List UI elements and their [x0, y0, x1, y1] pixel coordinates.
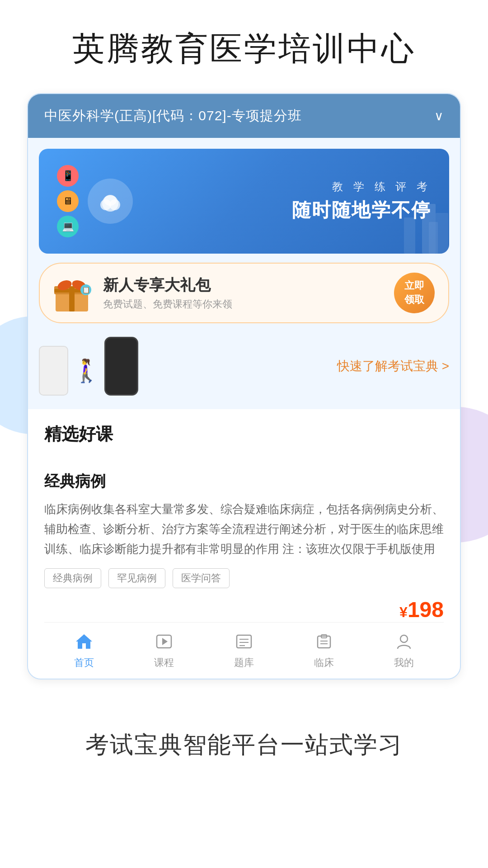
course-tag-item: 医学问答 [173, 568, 230, 588]
nav-item-courses[interactable]: 课程 [124, 630, 204, 670]
banner-left: 📱 🖥 💻 [57, 165, 133, 237]
phone-tall-icon [104, 337, 138, 396]
quick-link[interactable]: 快速了解考试宝典 > [337, 358, 449, 375]
nav-item-home[interactable]: 首页 [44, 630, 124, 670]
footer-text: 考试宝典智能平台一站式学习 [18, 729, 470, 761]
nav-item-profile[interactable]: 我的 [364, 630, 444, 670]
svg-point-3 [104, 195, 117, 206]
gift-icon: 📋 [53, 277, 94, 309]
phone-mockups: 🚶‍♀️ [39, 337, 138, 396]
quick-link-label: 快速了解考试宝典 [337, 358, 438, 375]
gift-banner[interactable]: 📋 新人专享大礼包 免费试题、免费课程等你来领 立即 领取 [39, 263, 449, 323]
nav-item-questionbank[interactable]: 题库 [204, 630, 284, 670]
course-selector-text: 中医外科学(正高)[代码：072]-专项提分班 [44, 107, 302, 125]
phone-small-icon [39, 346, 68, 396]
svg-text:📋: 📋 [82, 286, 90, 294]
page-header: 英腾教育医学培训中心 [0, 0, 488, 89]
svg-rect-6 [404, 217, 415, 254]
list-icon [232, 630, 256, 653]
play-icon [152, 630, 176, 653]
svg-point-27 [400, 635, 408, 642]
course-tag-item: 罕见病例 [108, 568, 165, 588]
home-icon [72, 630, 96, 653]
laptop-icon: 💻 [57, 216, 79, 237]
nav-label-profile: 我的 [394, 656, 414, 670]
main-banner: 📱 🖥 💻 教 学 练 评 考 随时随地学不停 [39, 149, 449, 254]
nav-label-home: 首页 [74, 656, 94, 670]
main-content: 精选好课 经典病例 临床病例收集各科室大量常多发、综合疑难临床病症，包括各病例病… [28, 409, 460, 679]
clipboard-icon [312, 630, 336, 653]
gift-text-area: 新人专享大礼包 免费试题、免费课程等你来领 [103, 275, 232, 311]
course-tag-item: 经典病例 [44, 568, 101, 588]
course-description: 临床病例收集各科室大量常多发、综合疑难临床病症，包括各病例病史分析、辅助检查、诊… [44, 499, 444, 559]
price-value: 198 [408, 598, 444, 622]
course-card: 经典病例 临床病例收集各科室大量常多发、综合疑难临床病症，包括各病例病史分析、辅… [44, 458, 444, 622]
course-tags: 经典病例 罕见病例 医学问答 [44, 568, 444, 588]
cloud-icon [88, 179, 133, 224]
nav-label-courses: 课程 [154, 656, 174, 670]
person-icon [392, 630, 416, 653]
course-selector[interactable]: 中医外科学(正高)[代码：072]-专项提分班 ∨ [28, 94, 460, 138]
nav-label-clinical: 临床 [314, 656, 334, 670]
svg-marker-18 [162, 638, 168, 645]
gift-btn-line2: 领取 [404, 293, 424, 307]
page-title: 英腾教育医学培训中心 [18, 27, 470, 71]
person-walking-icon: 🚶‍♀️ [73, 346, 100, 396]
banner-icons: 📱 🖥 💻 [57, 165, 79, 237]
banner-subtitle: 教 学 练 评 考 [292, 179, 431, 194]
gift-title: 新人专享大礼包 [103, 275, 232, 296]
nav-item-clinical[interactable]: 临床 [284, 630, 364, 670]
course-price: ¥198 [44, 597, 444, 622]
section-title-courses: 精选好课 [44, 423, 444, 446]
tablet-icon: 📱 [57, 165, 79, 187]
svg-rect-7 [436, 213, 448, 254]
gift-left: 📋 新人专享大礼包 免费试题、免费课程等你来领 [53, 275, 232, 311]
bottom-navigation: 首页 课程 [44, 622, 444, 679]
nav-label-questionbank: 题库 [234, 656, 254, 670]
quick-link-section: 🚶‍♀️ 快速了解考试宝典 > [39, 332, 449, 400]
svg-marker-16 [76, 634, 92, 649]
gift-claim-button[interactable]: 立即 领取 [394, 273, 435, 313]
chevron-down-icon: ∨ [434, 108, 444, 123]
footer-tagline: 考试宝典智能平台一站式学习 [0, 707, 488, 797]
app-card: 中医外科学(正高)[代码：072]-专项提分班 ∨ 📱 🖥 💻 教 学 练 评 … [27, 93, 461, 679]
price-symbol: ¥ [399, 604, 408, 620]
banner-title: 随时随地学不停 [292, 198, 431, 223]
gift-btn-line1: 立即 [404, 279, 424, 293]
monitor-icon: 🖥 [57, 190, 79, 212]
course-name: 经典病例 [44, 471, 444, 492]
banner-right: 教 学 练 评 考 随时随地学不停 [292, 179, 431, 223]
gift-subtitle: 免费试题、免费课程等你来领 [103, 297, 232, 311]
quick-link-arrow-icon: > [442, 359, 449, 373]
